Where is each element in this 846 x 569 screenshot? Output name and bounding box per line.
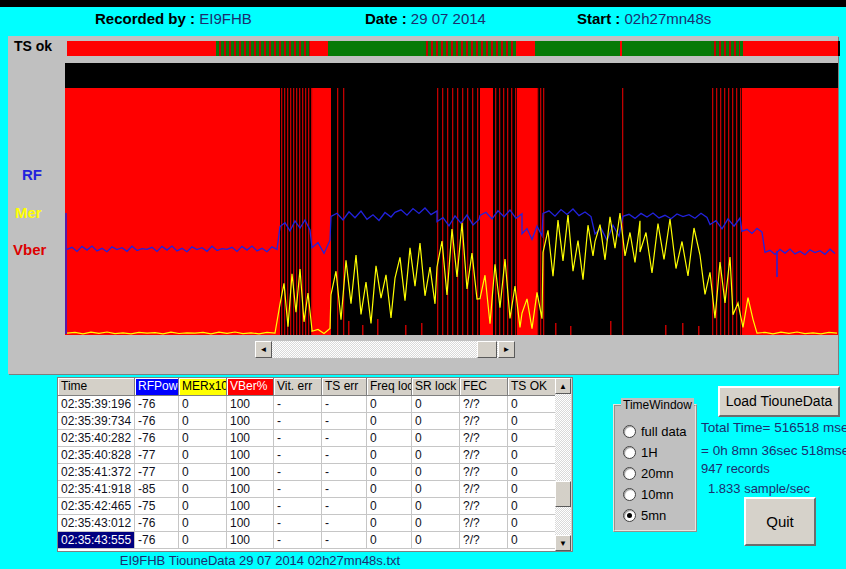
table-cell[interactable]: - [274,396,322,413]
table-cell[interactable]: - [274,515,322,532]
table-cell[interactable]: 0 [367,498,412,515]
scroll-left-button[interactable]: ◄ [255,341,272,358]
table-cell[interactable]: 0 [179,447,227,464]
radio-button[interactable] [623,446,636,459]
table-cell[interactable]: - [274,481,322,498]
table-cell[interactable]: 0 [179,532,227,549]
table-cell[interactable]: 0 [412,447,460,464]
table-cell[interactable]: -77 [135,447,179,464]
table-cell[interactable]: - [274,532,322,549]
table-vertical-scrollbar[interactable]: ▲ ▼ [555,378,572,551]
table-cell[interactable]: 0 [508,430,556,447]
scroll-right-button[interactable]: ► [498,341,515,358]
radio-button[interactable] [623,425,636,438]
table-cell[interactable]: - [274,413,322,430]
table-cell[interactable]: 02:35:40:828 [58,447,135,464]
table-cell[interactable]: 100 [227,464,274,481]
table-cell[interactable]: 0 [179,396,227,413]
table-row[interactable]: 02:35:42:465-750100--00?/?0 [58,498,556,515]
table-row[interactable]: 02:35:39:734-760100--00?/?0 [58,413,556,430]
table-cell[interactable]: -76 [135,413,179,430]
radio-option-20mn[interactable]: 20mn [623,464,674,480]
table-cell[interactable]: ?/? [460,464,508,481]
table-cell[interactable]: 0 [412,532,460,549]
table-cell[interactable]: 100 [227,413,274,430]
scroll-down-button[interactable]: ▼ [555,535,571,551]
table-cell[interactable]: 0 [367,481,412,498]
table-cell[interactable]: 0 [412,396,460,413]
table-cell[interactable]: 0 [412,413,460,430]
table-cell[interactable]: 0 [508,515,556,532]
table-cell[interactable]: 0 [508,413,556,430]
table-cell[interactable]: 0 [367,413,412,430]
table-cell[interactable]: ?/? [460,515,508,532]
table-cell[interactable]: - [322,447,367,464]
table-row[interactable]: 02:35:43:555-760100--00?/?0 [58,532,556,549]
table-cell[interactable]: -76 [135,515,179,532]
table-cell[interactable]: 02:35:39:734 [58,413,135,430]
table-cell[interactable]: ?/? [460,481,508,498]
table-cell[interactable]: 02:35:41:372 [58,464,135,481]
table-cell[interactable]: - [274,447,322,464]
hscroll-thumb[interactable] [477,341,497,358]
table-row[interactable]: 02:35:43:012-760100--00?/?0 [58,515,556,532]
radio-button[interactable] [623,467,636,480]
radio-option-5mn[interactable]: 5mn [623,506,666,522]
table-cell[interactable]: 100 [227,396,274,413]
table-cell[interactable]: 0 [508,498,556,515]
table-cell[interactable]: 0 [367,447,412,464]
table-row[interactable]: 02:35:41:918-850100--00?/?0 [58,481,556,498]
table-cell[interactable]: ?/? [460,413,508,430]
table-cell[interactable]: - [322,430,367,447]
table-cell[interactable]: 0 [508,481,556,498]
radio-option-full-data[interactable]: full data [623,422,687,438]
table-cell[interactable]: 02:35:41:918 [58,481,135,498]
table-row[interactable]: 02:35:40:828-770100--00?/?0 [58,447,556,464]
table-cell[interactable]: - [274,430,322,447]
table-cell[interactable]: -76 [135,396,179,413]
table-cell[interactable]: -76 [135,532,179,549]
table-cell[interactable]: 0 [367,532,412,549]
table-cell[interactable]: - [322,396,367,413]
table-cell[interactable]: 0 [179,430,227,447]
vscroll-thumb[interactable] [555,481,571,507]
table-cell[interactable]: 0 [179,464,227,481]
table-cell[interactable]: 0 [179,498,227,515]
records-table[interactable]: TimeRFPowerMERx10VBer%Vit. errTS errFreq… [57,377,573,552]
table-cell[interactable]: - [322,532,367,549]
load-tiounedata-button[interactable]: Load TiouneData [718,386,840,417]
table-cell[interactable]: 0 [367,430,412,447]
table-cell[interactable]: - [322,498,367,515]
table-cell[interactable]: ?/? [460,532,508,549]
table-cell[interactable]: 100 [227,481,274,498]
table-cell[interactable]: 02:35:40:282 [58,430,135,447]
table-cell[interactable]: 0 [179,481,227,498]
table-cell[interactable]: ?/? [460,430,508,447]
vscroll-track[interactable] [555,394,571,535]
table-cell[interactable]: - [274,464,322,481]
table-row[interactable]: 02:35:39:196-760100--00?/?0 [58,396,556,413]
radio-option-1H[interactable]: 1H [623,443,658,459]
radio-option-10mn[interactable]: 10mn [623,485,674,501]
table-cell[interactable]: 0 [508,464,556,481]
table-cell[interactable]: 02:35:43:012 [58,515,135,532]
table-cell[interactable]: 02:35:39:196 [58,396,135,413]
table-cell[interactable]: -77 [135,464,179,481]
table-cell[interactable]: 0 [412,515,460,532]
table-row[interactable]: 02:35:41:372-770100--00?/?0 [58,464,556,481]
table-cell[interactable]: - [322,413,367,430]
table-cell[interactable]: 100 [227,430,274,447]
table-cell[interactable]: 0 [179,515,227,532]
table-cell[interactable]: 0 [508,447,556,464]
table-cell[interactable]: 0 [412,498,460,515]
table-cell[interactable]: - [322,515,367,532]
table-cell[interactable]: - [322,464,367,481]
table-cell[interactable]: -85 [135,481,179,498]
table-cell[interactable]: 0 [367,515,412,532]
table-cell[interactable]: 0 [412,464,460,481]
table-cell[interactable]: ?/? [460,447,508,464]
table-cell[interactable]: - [322,481,367,498]
radio-button[interactable] [623,488,636,501]
table-cell[interactable]: ?/? [460,396,508,413]
radio-button[interactable] [623,509,636,522]
